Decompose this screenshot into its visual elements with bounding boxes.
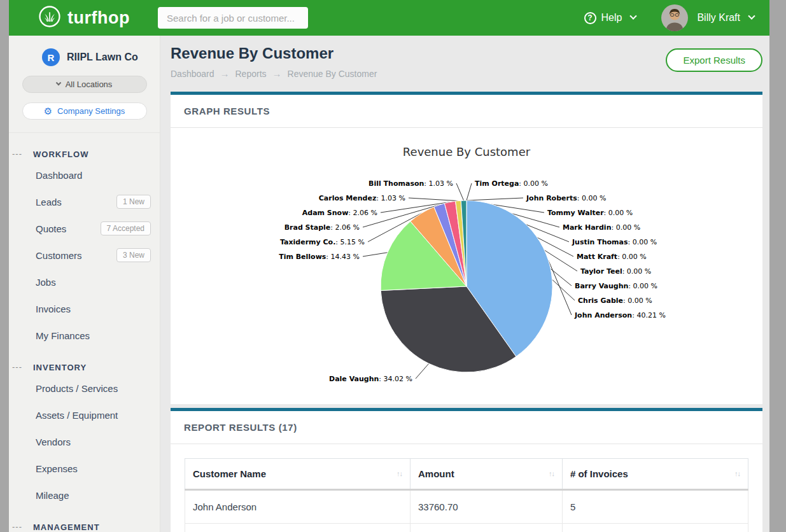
turfhop-logo[interactable]: turfhop bbox=[38, 5, 130, 31]
sidebar-menu: WORKFLOW Dashboard Leads 1 New Quotes 7 … bbox=[9, 133, 160, 532]
table-row: Dale Vaughn 28507.35 18 bbox=[185, 524, 748, 532]
pie-label-connector bbox=[456, 183, 464, 200]
sidebar-item-vendors[interactable]: Vendors bbox=[36, 428, 151, 455]
cell-invoices: 18 bbox=[562, 524, 748, 532]
pie-data-label: Tim Ortega: 0.00 % bbox=[475, 179, 548, 188]
company-settings-button[interactable]: ⚙ Company Settings bbox=[22, 102, 147, 120]
help-question-icon: ? bbox=[584, 12, 596, 24]
pie-data-label: Brad Staple: 2.06 % bbox=[284, 223, 360, 232]
sort-icon: ↑↓ bbox=[397, 470, 402, 477]
pie-label-connector bbox=[467, 183, 472, 200]
header-search bbox=[158, 7, 308, 29]
pie-data-label: Carlos Mendez: 1.03 % bbox=[319, 194, 405, 202]
pie-data-label: Tim Bellows: 14.43 % bbox=[279, 253, 360, 261]
company-settings-label: Company Settings bbox=[57, 106, 125, 116]
sort-icon: ↑↓ bbox=[734, 470, 740, 477]
pie-data-label: Bill Thomason: 1.03 % bbox=[368, 179, 453, 188]
pie-label-connector bbox=[416, 363, 429, 379]
cell-invoices: 5 bbox=[562, 490, 748, 524]
location-selector-label: All Locations bbox=[66, 80, 113, 89]
sidebar-item-products-services[interactable]: Products / Services bbox=[36, 375, 151, 402]
pie-data-label: Dale Vaughn: 34.02 % bbox=[329, 375, 412, 383]
export-results-button[interactable]: Export Results bbox=[666, 48, 762, 72]
report-results-panel: REPORT RESULTS (17) ↑↓ Customer Name bbox=[171, 408, 762, 532]
leads-badge: 1 New bbox=[116, 195, 151, 209]
pie-data-label: Adam Snow: 2.06 % bbox=[302, 209, 377, 217]
sidebar-item-invoices[interactable]: Invoices bbox=[36, 295, 151, 322]
pie-data-label: John Anderson: 40.21 % bbox=[574, 311, 666, 319]
sidebar: R RIIPL Lawn Co All Locations ⚙ Company … bbox=[9, 36, 160, 532]
help-menu[interactable]: ? Help bbox=[584, 12, 636, 24]
revenue-pie-chart: Revenue By CustomerBill Thomason: 1.03 %… bbox=[171, 128, 762, 404]
grass-logo-icon bbox=[38, 5, 61, 31]
sidebar-item-customers[interactable]: Customers 3 New bbox=[36, 242, 151, 269]
report-table: ↑↓ Customer Name ↑↓ Amount ↑↓ # of Invoi… bbox=[185, 458, 748, 532]
pie-data-label: Taxidermy Co.: 5.15 % bbox=[280, 238, 365, 246]
sidebar-item-dashboard[interactable]: Dashboard bbox=[36, 162, 151, 188]
sidebar-section-inventory: INVENTORY bbox=[33, 363, 151, 372]
breadcrumb-arrow-icon: → bbox=[272, 68, 282, 79]
pie-data-label: Justin Thomas: 0.00 % bbox=[572, 238, 657, 246]
cell-customer-name: Dale Vaughn bbox=[185, 524, 411, 532]
main-content: Revenue By Customer Dashboard → Reports … bbox=[160, 36, 769, 532]
pie-label-connector bbox=[363, 253, 388, 256]
location-selector[interactable]: All Locations bbox=[22, 76, 147, 93]
cell-amount: 28507.35 bbox=[411, 524, 563, 532]
breadcrumb-reports[interactable]: Reports bbox=[235, 69, 267, 79]
top-header: turfhop ? Help Billy Kraft bbox=[9, 0, 769, 36]
company-name: RIIPL Lawn Co bbox=[67, 52, 138, 63]
sidebar-section-management: MANAGEMENT bbox=[33, 522, 151, 532]
quotes-badge: 7 Accepted bbox=[101, 221, 151, 235]
user-name[interactable]: Billy Kraft bbox=[697, 12, 740, 24]
sidebar-item-expenses[interactable]: Expenses bbox=[36, 455, 151, 482]
sidebar-item-my-finances[interactable]: My Finances bbox=[36, 322, 151, 349]
app-window: turfhop ? Help Billy Kraft bbox=[9, 0, 769, 532]
pie-data-label: Mark Hardin: 0.00 % bbox=[563, 223, 640, 232]
sidebar-item-leads[interactable]: Leads 1 New bbox=[36, 188, 151, 215]
report-table-wrap: ↑↓ Customer Name ↑↓ Amount ↑↓ # of Invoi… bbox=[171, 444, 762, 532]
company-block: R RIIPL Lawn Co All Locations ⚙ Company … bbox=[9, 36, 160, 133]
pie-data-label: Chris Gable: 0.00 % bbox=[578, 297, 652, 305]
search-input[interactable] bbox=[158, 7, 308, 29]
header-right-group: ? Help Billy Kraft bbox=[584, 4, 754, 31]
customers-badge: 3 New bbox=[116, 248, 151, 262]
column-header-customer-name[interactable]: ↑↓ Customer Name bbox=[185, 459, 411, 490]
pie-label-connector bbox=[467, 198, 523, 200]
sidebar-section-workflow: WORKFLOW bbox=[33, 150, 151, 159]
chevron-down-icon bbox=[55, 80, 60, 85]
pie-data-label: John Roberts: 0.00 % bbox=[526, 194, 606, 202]
cell-customer-name: John Anderson bbox=[185, 490, 411, 524]
breadcrumb-dashboard[interactable]: Dashboard bbox=[171, 69, 214, 79]
sidebar-item-assets-equipment[interactable]: Assets / Equipment bbox=[36, 402, 151, 428]
table-header-row: ↑↓ Customer Name ↑↓ Amount ↑↓ # of Invoi… bbox=[185, 459, 748, 490]
sort-icon: ↑↓ bbox=[549, 470, 554, 477]
graph-panel-title: GRAPH RESULTS bbox=[171, 95, 762, 128]
sidebar-item-mileage[interactable]: Mileage bbox=[36, 482, 151, 508]
company-avatar: R bbox=[42, 48, 60, 66]
sidebar-item-jobs[interactable]: Jobs bbox=[36, 269, 151, 295]
sidebar-item-quotes[interactable]: Quotes 7 Accepted bbox=[36, 215, 151, 242]
logo-wordmark: turfhop bbox=[67, 8, 130, 28]
report-panel-title: REPORT RESULTS (17) bbox=[171, 411, 762, 444]
pie-data-label: Matt Kraft: 0.00 % bbox=[577, 253, 647, 261]
pie-data-label: Barry Vaughn: 0.00 % bbox=[575, 282, 657, 290]
gear-icon: ⚙ bbox=[44, 106, 52, 116]
graph-results-panel: GRAPH RESULTS Revenue By CustomerBill Th… bbox=[171, 92, 762, 404]
breadcrumb-arrow-icon: → bbox=[220, 68, 230, 79]
user-chevron-down-icon[interactable] bbox=[748, 13, 755, 20]
cell-amount: 33760.70 bbox=[411, 490, 563, 524]
pie-data-label: Taylor Teel: 0.00 % bbox=[580, 267, 651, 276]
help-label: Help bbox=[601, 12, 622, 24]
breadcrumb-current: Revenue By Customer bbox=[288, 69, 377, 79]
chevron-down-icon bbox=[630, 13, 637, 20]
user-avatar[interactable] bbox=[661, 4, 688, 31]
column-header-invoices[interactable]: ↑↓ # of Invoices bbox=[562, 459, 748, 490]
table-row: John Anderson 33760.70 5 bbox=[185, 490, 748, 524]
chart-title: Revenue By Customer bbox=[403, 145, 531, 158]
pie-label-connector bbox=[409, 198, 458, 201]
pie-data-label: Tommy Walter: 0.00 % bbox=[547, 209, 633, 217]
column-header-amount[interactable]: ↑↓ Amount bbox=[411, 459, 563, 490]
